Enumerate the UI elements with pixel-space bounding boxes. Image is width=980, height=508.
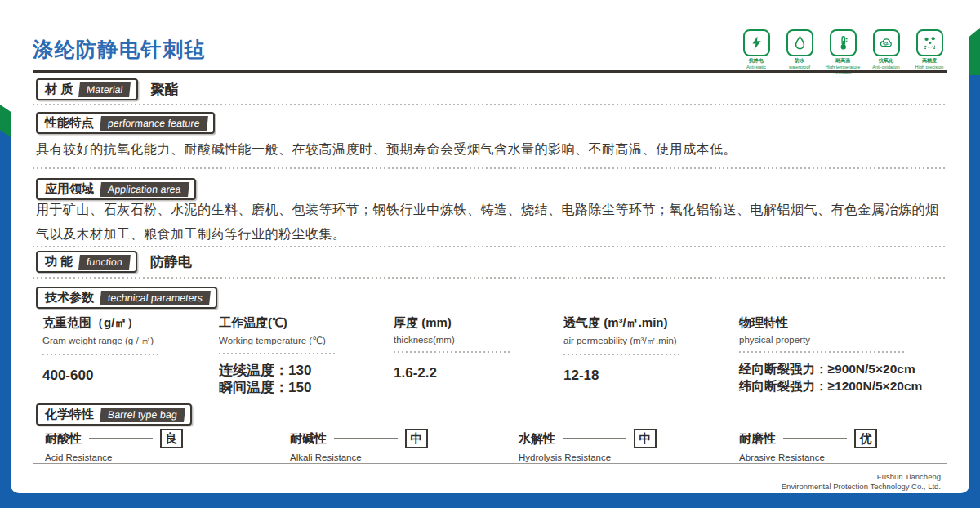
material-label-en: Material (78, 82, 131, 97)
chem-connector (563, 438, 626, 439)
chem-rating: 中 (405, 429, 428, 448)
application-label-en: Application area (100, 182, 189, 197)
badge-label-zh: 防水 (795, 58, 804, 64)
param-value: 瞬间温度：150 (219, 379, 335, 396)
param-working-temperature: 工作温度(℃) Working temperature (℃) 连续温度：130… (219, 315, 335, 396)
section-label-application: 应用领域 Application area (36, 178, 196, 200)
badge-label-zh: 耐高温 (835, 58, 850, 64)
param-title-en: thickness(mm) (394, 335, 510, 345)
chem-hydrolysis-resistance: 水解性 中 Hydrolysis Resistance (519, 429, 657, 462)
footer-divider (33, 463, 947, 464)
badge-anti-oxidation: O₂ 抗氧化 Anti-oxidation (868, 29, 904, 74)
title-divider (33, 70, 947, 73)
param-title-zh: 物理特性 (739, 315, 922, 331)
page-title: 涤纶防静电针刺毡 (33, 36, 206, 63)
application-row: 应用领域 Application area (36, 178, 196, 200)
param-title-zh: 克重范围（g/㎡） (42, 315, 158, 331)
thermometer-icon (830, 29, 857, 56)
technical-row: 技术参数 technical parameters (36, 287, 217, 309)
material-value: 聚酯 (151, 80, 179, 99)
material-row: 材 质 Material 聚酯 (36, 78, 179, 100)
material-label-zh: 材 质 (45, 82, 73, 97)
product-spec-page: 涤纶防静电针刺毡 抗静电 Anti-static 防水 waterproof (0, 0, 980, 508)
param-value: 纬向断裂强力：≥1200N/5×20cm (739, 377, 922, 394)
badge-label-en: Anti-static (746, 65, 766, 69)
chem-name-zh: 耐碱性 (290, 431, 327, 447)
chem-acid-resistance: 耐酸性 良 Acid Resistance (45, 429, 183, 462)
param-divider (394, 351, 510, 353)
param-air-permeability: 透气度 (m³/㎡.min) air permeability (m³/㎡.mi… (564, 315, 679, 384)
bottom-blue-bar (0, 493, 980, 508)
chem-name-zh: 耐磨性 (739, 431, 776, 447)
badge-label-zh: 高精度 (922, 58, 937, 64)
section-label-material: 材 质 Material (36, 78, 138, 100)
technical-label-zh: 技术参数 (45, 290, 94, 305)
separator-dotted (33, 104, 947, 105)
badge-high-precision: 高精度 High precision (911, 29, 947, 74)
param-title-zh: 工作温度(℃) (219, 315, 335, 331)
param-thickness: 厚度 (mm) thickness(mm) 1.6-2.2 (394, 315, 510, 381)
chem-name-en: Abrasive Resistance (739, 452, 877, 462)
function-label-zh: 功 能 (45, 254, 73, 270)
chemical-label-en: Barrel type bag (100, 408, 185, 422)
water-drop-icon (786, 29, 813, 56)
param-physical-property: 物理特性 physical property 经向断裂强力：≥900N/5×20… (739, 315, 922, 394)
chem-name-zh: 耐酸性 (45, 431, 82, 447)
param-value: 1.6-2.2 (394, 364, 510, 381)
badge-label-zh: 抗静电 (749, 58, 764, 64)
separator-dotted (33, 246, 947, 247)
separator-dotted (33, 167, 947, 169)
chem-connector (89, 438, 153, 439)
anti-oxidation-icon: O₂ (873, 29, 900, 56)
technical-label-en: technical parameters (100, 291, 211, 305)
performance-label-zh: 性能特点 (45, 115, 94, 131)
param-value: 400-600 (42, 367, 158, 384)
param-divider (42, 354, 158, 355)
param-value: 12-18 (564, 367, 679, 384)
lightning-icon (743, 29, 770, 56)
badge-label-zh: 抗氧化 (879, 58, 893, 64)
param-divider (219, 353, 335, 354)
application-text: 用于矿山、石灰石粉、水泥的生料、磨机、包装等环节；钢铁行业中炼铁、铸造、烧结、电… (36, 198, 942, 247)
function-label-en: function (78, 255, 131, 270)
svg-text:O₂: O₂ (884, 42, 888, 46)
badge-label-en: High temperature resistant (825, 65, 861, 74)
chemical-label-zh: 化学特性 (45, 407, 94, 422)
param-title-en: physical property (739, 335, 922, 345)
section-label-technical: 技术参数 technical parameters (36, 287, 217, 309)
param-title-en: air permeability (m³/㎡.min) (564, 335, 679, 347)
performance-row: 性能特点 performance feature (36, 112, 215, 134)
chem-name-zh: 水解性 (519, 431, 555, 447)
param-divider (739, 351, 906, 353)
footer-line2: Environmental Protection Technology Co.,… (782, 482, 941, 492)
footer-line1: Fushun Tiancheng (782, 472, 941, 482)
param-title-en: Working temperature (℃) (219, 335, 335, 346)
param-title-zh: 厚度 (mm) (394, 315, 510, 331)
function-value: 防静电 (150, 252, 192, 271)
badge-anti-static: 抗静电 Anti-static (738, 29, 774, 74)
badge-label-en: High precision (915, 65, 944, 69)
chem-name-en: Acid Resistance (45, 452, 183, 462)
function-row: 功 能 function 防静电 (36, 251, 192, 273)
chem-name-en: Alkali Resistance (290, 452, 428, 462)
performance-label-en: performance feature (100, 116, 207, 131)
param-gram-weight: 克重范围（g/㎡） Gram weight range (g / ㎡) 400-… (42, 315, 158, 384)
param-title-en: Gram weight range (g / ㎡) (42, 335, 158, 347)
chem-connector (334, 438, 398, 439)
param-value: 连续温度：130 (219, 362, 335, 379)
badge-label-en: waterproof (789, 65, 810, 69)
chem-rating: 良 (160, 429, 183, 448)
company-footer: Fushun Tiancheng Environmental Protectio… (782, 472, 941, 492)
param-title-zh: 透气度 (m³/㎡.min) (564, 315, 679, 331)
application-label-zh: 应用领域 (45, 181, 94, 197)
right-green-ribbon (969, 28, 980, 75)
chem-rating: 优 (854, 429, 877, 448)
badge-waterproof: 防水 waterproof (782, 29, 817, 74)
performance-text: 具有较好的抗氧化能力、耐酸碱性能一般、在较高温度时、预期寿命会受烟气含水量的影响… (36, 137, 942, 162)
badge-high-temperature: 耐高温 High temperature resistant (825, 29, 861, 74)
feature-badges: 抗静电 Anti-static 防水 waterproof 耐高温 High t… (738, 29, 947, 74)
precision-dots-icon (916, 29, 943, 56)
badge-label-en: Anti-oxidation (872, 65, 899, 69)
chemical-row: 化学特性 Barrel type bag (36, 403, 192, 426)
section-label-performance: 性能特点 performance feature (36, 112, 215, 134)
